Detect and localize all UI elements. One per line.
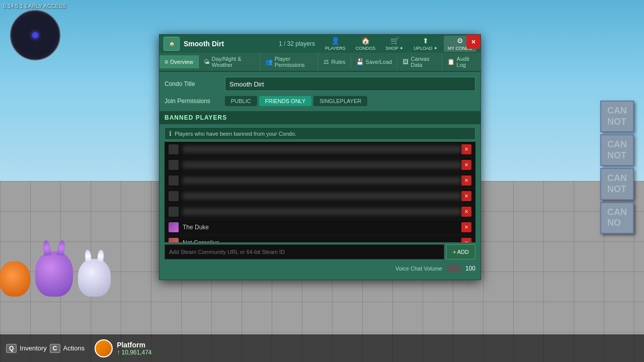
perm-friends-only[interactable]: FRIENDS ONLY xyxy=(259,96,311,106)
join-permissions-row: Join Permissions PUBLIC FRIENDS ONLY SIN… xyxy=(165,96,475,106)
logo: 🏠 xyxy=(164,37,180,51)
currency-amount: 10,961,474 xyxy=(121,349,151,356)
perm-buttons: PUBLIC FRIENDS ONLY SINGLEPLAYER xyxy=(225,96,367,106)
actions-key[interactable]: C xyxy=(50,344,60,353)
voice-toggle[interactable] xyxy=(446,264,461,273)
player-avatar xyxy=(169,207,179,217)
remove-button[interactable]: × xyxy=(461,160,471,170)
banned-item-blurred3: ███████ × xyxy=(165,173,475,189)
platform-hud: Platform ↑ 10,961,474 xyxy=(95,339,151,357)
my-condo-icon: ⚙ xyxy=(457,37,463,45)
remove-duke-button[interactable]: × xyxy=(461,222,471,232)
banned-info-bar: ℹ Players who have been banned from your… xyxy=(165,127,475,140)
join-permissions-label: Join Permissions xyxy=(165,98,225,105)
player-name-cornelius: Not Cornelius xyxy=(183,239,461,242)
tab-bar: ≡ Overview 🌤 Day/Night & Weather 👥 Playe… xyxy=(159,53,480,72)
player-name: ████████ xyxy=(183,161,461,168)
add-bar: + ADD xyxy=(165,244,475,259)
title-bar: 🏠 Smooth Dirt 1 / 32 players 👤 PLAYERS 🏠… xyxy=(159,35,480,53)
player-name: ███████ xyxy=(183,177,461,184)
tab-overview[interactable]: ≡ Overview xyxy=(159,55,199,68)
nav-upload[interactable]: ⬆ UPLOAD ✦ xyxy=(410,36,442,52)
remove-button[interactable]: × xyxy=(461,175,471,186)
platform-name: Platform xyxy=(117,341,151,349)
banned-section-header: BANNED PLAYERS xyxy=(159,111,480,124)
bottom-hud: Q Inventory C Actions Platform ↑ 10,961,… xyxy=(0,334,644,362)
content-area: Condo Title Join Permissions PUBLIC FRIE… xyxy=(159,72,480,280)
currency-icon: ↑ xyxy=(117,349,120,356)
white-ear-left xyxy=(85,250,92,263)
actions-label: Actions xyxy=(63,344,85,352)
voice-label: Voice Chat Volume xyxy=(395,265,442,272)
banned-item-blurred4: █████████ × xyxy=(165,189,475,204)
banned-list: ██████ × ████████ × ███████ × █████████ … xyxy=(165,142,475,242)
player-avatar xyxy=(169,191,179,201)
dialog-title: Smooth Dirt xyxy=(184,40,279,48)
player-name: █████████ xyxy=(183,193,461,200)
inventory-hud: Q Inventory C Actions xyxy=(6,344,85,353)
banned-item-cornelius: Not Cornelius × xyxy=(165,235,475,242)
player-avatar xyxy=(169,175,179,186)
condo-title-input[interactable] xyxy=(225,77,475,91)
tab-player-permissions[interactable]: 👥 Player Permissions xyxy=(260,53,319,71)
condo-title-row: Condo Title xyxy=(165,77,475,91)
condos-icon: 🏠 xyxy=(361,37,370,45)
platform-info: Platform ↑ 10,961,474 xyxy=(117,341,151,356)
platform-avatar xyxy=(95,339,113,357)
title-nav: 👤 PLAYERS 🏠 CONDOS 🛒 SHOP ✦ ⬆ UPLOAD ✦ ⚙… xyxy=(321,36,476,52)
dialog-window: 🏠 Smooth Dirt 1 / 32 players 👤 PLAYERS 🏠… xyxy=(159,34,481,280)
crosshair xyxy=(10,10,60,60)
rules-icon: ⚖ xyxy=(324,58,329,65)
player-name-duke: The Duke xyxy=(183,224,461,231)
tab-audit-log[interactable]: 📋 Audit Log xyxy=(442,53,480,71)
tab-canvas-data[interactable]: 🖼 Canvas Data xyxy=(397,53,442,71)
creatures xyxy=(0,251,111,297)
creature-white xyxy=(78,259,111,297)
player-avatar xyxy=(169,144,179,154)
upload-icon: ⬆ xyxy=(423,37,429,45)
sign-2: CANNOT xyxy=(600,134,634,166)
nav-players[interactable]: 👤 PLAYERS xyxy=(321,36,350,52)
nav-shop[interactable]: 🛒 SHOP ✦ xyxy=(381,36,408,52)
tab-rules[interactable]: ⚖ Rules xyxy=(318,55,351,68)
inventory-key[interactable]: Q xyxy=(6,344,17,353)
audit-icon: 📋 xyxy=(447,58,455,65)
perm-singleplayer[interactable]: SINGLEPLAYER xyxy=(313,96,367,106)
remove-button[interactable]: × xyxy=(461,207,471,217)
player-name: ████████ xyxy=(183,208,461,215)
remove-cornelius-button[interactable]: × xyxy=(461,238,471,242)
creature-orange xyxy=(0,261,30,297)
tab-daynight[interactable]: 🌤 Day/Night & Weather xyxy=(199,53,260,71)
banned-item-blurred1: ██████ × xyxy=(165,142,475,157)
perm-public[interactable]: PUBLIC xyxy=(225,96,257,106)
sign-4: CANNO xyxy=(600,202,634,234)
save-icon: 💾 xyxy=(356,58,364,65)
inventory-label: Inventory xyxy=(20,344,46,352)
tab-save-load[interactable]: 💾 Save/Load xyxy=(351,55,398,68)
add-steam-input[interactable] xyxy=(165,244,444,259)
remove-button[interactable]: × xyxy=(461,191,471,201)
right-signs: CANNOT CANNOT CANNOT CANNO xyxy=(600,101,634,236)
add-button[interactable]: + ADD xyxy=(446,244,475,259)
remove-button[interactable]: × xyxy=(461,144,471,154)
daynight-icon: 🌤 xyxy=(204,58,210,65)
banned-item-blurred5: ████████ × xyxy=(165,204,475,220)
info-icon: ℹ xyxy=(169,130,172,137)
shop-icon: 🛒 xyxy=(390,37,399,45)
version-text: 0.14.5.1 EARLY ACCESS xyxy=(3,3,66,9)
close-button[interactable]: × xyxy=(466,35,480,49)
sign-1: CANNOT xyxy=(600,101,634,132)
permissions-icon: 👥 xyxy=(265,58,273,65)
voice-row: Voice Chat Volume 100 xyxy=(165,262,475,275)
condo-title-label: Condo Title xyxy=(165,80,225,87)
white-ear-right xyxy=(97,250,104,263)
player-avatar xyxy=(169,160,179,170)
player-count: 1 / 32 players xyxy=(279,40,315,47)
crosshair-dot xyxy=(32,32,38,38)
voice-value: 100 xyxy=(465,265,475,272)
creature-purple xyxy=(35,251,73,297)
nav-condos[interactable]: 🏠 CONDOS xyxy=(352,36,380,52)
players-icon: 👤 xyxy=(331,37,340,45)
banned-item-blurred2: ████████ × xyxy=(165,157,475,173)
canvas-icon: 🖼 xyxy=(403,58,409,65)
